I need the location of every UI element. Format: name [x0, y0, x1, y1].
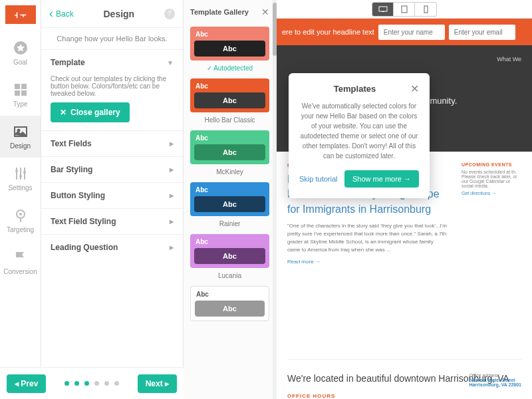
svg-rect-17 [382, 11, 384, 12]
template-abc-inner: Abc [194, 196, 265, 212]
template-abc-outer: Abc [194, 134, 265, 142]
svg-rect-8 [20, 168, 21, 180]
row-text-fields[interactable]: Text Fields▸ [41, 130, 183, 156]
nav-goal[interactable]: Goal [0, 32, 41, 74]
nav-design[interactable]: Design [0, 116, 41, 158]
row-bar-styling[interactable]: Bar Styling▸ [41, 156, 183, 182]
addr-label: Office address: [469, 373, 521, 378]
template-name: McKinley [190, 168, 269, 176]
preview-area: ere to edit your headline text What We B… [277, 0, 532, 399]
template-desc: Check out our templates by clicking the … [51, 75, 174, 97]
next-button[interactable]: Next ▸ [138, 374, 177, 393]
template-card[interactable]: Abc Abc Hello Bar Classic [190, 78, 269, 124]
template-name: Rainier [190, 220, 269, 227]
close-gallery-label: Close gallery [70, 108, 120, 117]
gallery-close-button[interactable]: ✕ [261, 7, 269, 17]
chevron-right-icon: ▸ [170, 191, 174, 200]
location-address: Office address: 64 West Water Street Har… [469, 373, 521, 387]
template-card[interactable]: Abc Abc [190, 286, 269, 321]
template-card[interactable]: Abc Abc ✓ Autodetected [190, 27, 269, 72]
logo[interactable]: ⫞⫟ [5, 5, 36, 24]
section-title: Template [51, 58, 85, 67]
panel-header: Back Design ? [41, 0, 183, 28]
gallery-title: Template Gallery [190, 8, 249, 16]
addr-line2: Harrisonburg, VA 22801 [469, 382, 521, 387]
email-input[interactable] [449, 25, 515, 40]
back-label: Back [56, 9, 74, 19]
nav-settings[interactable]: Settings [0, 158, 41, 200]
name-input[interactable] [378, 25, 445, 40]
close-gallery-button[interactable]: ✕ Close gallery [51, 102, 130, 122]
sliders-icon [13, 166, 29, 182]
nav-conversion[interactable]: Conversion [0, 241, 41, 283]
blog-excerpt: "One of the characters in the story said… [287, 222, 447, 254]
device-desktop[interactable] [372, 3, 394, 16]
chevron-right-icon: ▸ [170, 139, 174, 148]
mobile-icon [424, 5, 428, 13]
desktop-icon [378, 6, 388, 13]
svg-rect-1 [15, 84, 20, 89]
svg-point-10 [15, 170, 18, 172]
chevron-right-icon: ▸ [170, 217, 174, 226]
template-abc-inner: Abc [194, 92, 265, 108]
device-tablet[interactable] [394, 3, 415, 16]
svg-rect-2 [21, 84, 27, 89]
nav-label: Goal [13, 59, 27, 66]
device-mobile[interactable] [415, 3, 436, 16]
svg-rect-7 [16, 168, 17, 180]
svg-point-12 [23, 171, 26, 174]
template-section: Template ▼ Check out our templates by cl… [41, 49, 183, 130]
dot [114, 381, 119, 386]
template-name: Hello Bar Classic [190, 116, 269, 124]
read-more-link[interactable]: Read more → [287, 259, 321, 265]
addr-line1: 64 West Water Street [469, 378, 521, 382]
pin-icon [13, 207, 29, 223]
hello-bar-preview: ere to edit your headline text [277, 19, 532, 45]
caret-down-icon: ▼ [167, 59, 174, 66]
nav-type[interactable]: Type [0, 74, 41, 116]
hero-tag: What We [287, 56, 521, 63]
device-switcher [277, 0, 532, 19]
tooltip-close-button[interactable]: ✕ [410, 84, 419, 94]
panel-title: Design [74, 9, 164, 19]
row-button-styling[interactable]: Button Styling▸ [41, 182, 183, 208]
hello-bar-text[interactable]: ere to edit your headline text [282, 28, 374, 36]
get-directions-link[interactable]: Get directions → [462, 191, 521, 196]
row-label: Leading Question [51, 243, 118, 252]
svg-point-14 [19, 213, 22, 215]
svg-rect-3 [15, 90, 20, 96]
row-label: Text Field Styling [51, 217, 116, 226]
autodetected-label: ✓ Autodetected [190, 65, 269, 72]
tooltip-title: Templates [299, 84, 410, 94]
tooltip-body: We've automatically selected colors for … [299, 101, 419, 161]
back-button[interactable]: Back [49, 7, 74, 21]
row-leading-question[interactable]: Leading Question▸ [41, 234, 183, 260]
prev-button[interactable]: ◂ Prev [7, 374, 46, 393]
template-gallery: Template Gallery ✕ Abc Abc ✓ Autodetecte… [184, 0, 277, 399]
template-abc-inner: Abc [195, 301, 265, 317]
template-body: Check out our templates by clicking the … [41, 75, 183, 130]
row-text-field-styling[interactable]: Text Field Styling▸ [41, 208, 183, 234]
show-me-more-button[interactable]: Show me more → [344, 170, 419, 188]
row-label: Text Fields [51, 139, 92, 148]
nav-label: Type [13, 100, 28, 108]
flag-icon [13, 249, 29, 265]
template-card[interactable]: Abc Abc Lucania [190, 234, 269, 279]
help-icon[interactable]: ? [164, 9, 175, 19]
template-header[interactable]: Template ▼ [41, 50, 183, 75]
events-sidebar: UPCOMING EVENTS No events scheduled at t… [462, 162, 521, 196]
events-body: No events scheduled at th. Please check … [462, 170, 521, 188]
nav-targeting[interactable]: Targeting [0, 200, 41, 241]
next-label: Next [146, 379, 163, 388]
skip-tutorial-link[interactable]: Skip tutorial [299, 175, 337, 183]
row-label: Button Styling [51, 191, 105, 200]
nav-label: Targeting [7, 226, 34, 233]
template-card[interactable]: Abc Abc Rainier [190, 182, 269, 227]
template-card[interactable]: Abc Abc McKinley [190, 130, 269, 176]
template-abc-outer: Abc [194, 31, 265, 38]
design-panel: Back Design ? Change how your Hello Bar … [41, 0, 184, 399]
svg-rect-4 [21, 90, 27, 96]
nav-label: Settings [8, 184, 32, 192]
template-abc-inner: Abc [194, 248, 265, 264]
step-dots [51, 381, 132, 386]
